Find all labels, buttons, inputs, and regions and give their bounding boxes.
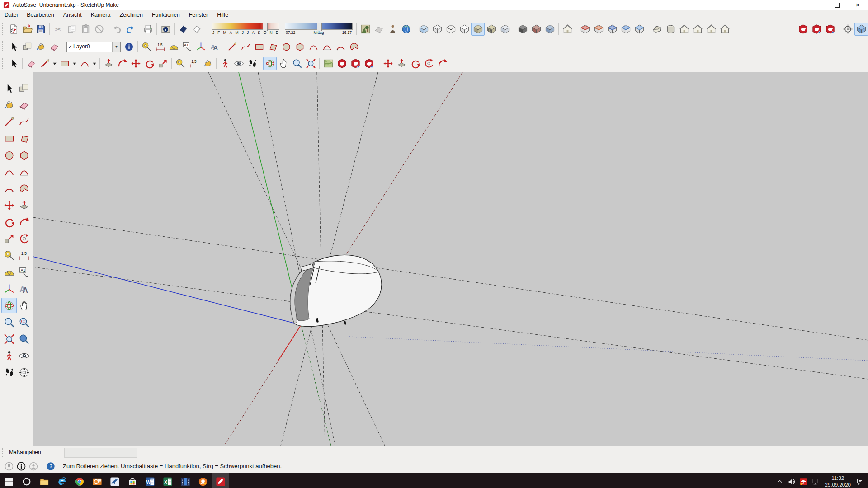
display-section-cuts-button[interactable]	[605, 23, 619, 36]
palette-freehand[interactable]	[16, 114, 32, 129]
palette-circle[interactable]	[1, 147, 17, 163]
move-tool-button[interactable]	[129, 57, 142, 70]
offset-tool-button[interactable]	[422, 57, 435, 70]
add-location-button[interactable]	[359, 23, 372, 36]
menu-hilfe[interactable]: Hilfe	[212, 11, 233, 19]
3d-text-button[interactable]: AA	[208, 40, 221, 53]
tray-network-icon[interactable]	[809, 473, 821, 488]
photo-textures-button[interactable]	[386, 23, 399, 36]
zoom-extents-button[interactable]	[304, 57, 317, 70]
palette-text[interactable]: A1	[16, 264, 32, 280]
style-xray-button[interactable]	[417, 23, 430, 36]
palette-make-component[interactable]	[16, 80, 32, 96]
taskbar-clock[interactable]: 11:32 29.09.2020	[825, 475, 851, 488]
palette-zoom-window[interactable]	[16, 314, 32, 330]
microsoft-store-button[interactable]	[123, 473, 141, 488]
eraser-tool-button[interactable]	[47, 40, 61, 53]
palette-dimensions[interactable]: 1,5	[16, 248, 32, 263]
style-textured-button[interactable]	[485, 23, 498, 36]
save-button[interactable]	[34, 23, 47, 36]
style-monochrome-button[interactable]	[498, 23, 512, 36]
start-button[interactable]	[0, 473, 18, 488]
cortana-search-button[interactable]	[18, 473, 35, 488]
palette-arc[interactable]	[1, 164, 17, 179]
toolbar-drag-handle[interactable]	[377, 58, 379, 69]
model-info-button[interactable]: i	[159, 23, 172, 36]
toolbar-drag-handle[interactable]	[2, 41, 5, 52]
rotate-tool-button[interactable]	[142, 57, 156, 70]
shape-tools-button[interactable]	[58, 57, 71, 70]
warehouse-share-model-button[interactable]	[810, 23, 823, 36]
shape-tools-dropdown[interactable]	[71, 57, 78, 70]
move-copy-button[interactable]	[381, 57, 395, 70]
crosshair-tool-button[interactable]	[841, 23, 854, 36]
palette-orbit[interactable]	[1, 298, 17, 313]
section-fill-button[interactable]	[619, 23, 632, 36]
look-around-button[interactable]	[232, 57, 245, 70]
palette-rectangle[interactable]	[1, 131, 17, 146]
paste-button[interactable]	[79, 23, 92, 36]
walk-button[interactable]	[245, 57, 259, 70]
paint-bucket-button-2[interactable]	[201, 57, 214, 70]
unsoften-edges-button[interactable]	[190, 23, 203, 36]
orbit-tool-button[interactable]	[263, 57, 277, 70]
section-outline-button[interactable]	[632, 23, 646, 36]
palette-zoom-previous[interactable]	[16, 331, 32, 347]
google-earth-button[interactable]	[399, 23, 413, 36]
palette-offset[interactable]	[16, 231, 32, 246]
palette-line-tool[interactable]	[1, 114, 17, 129]
soften-edges-button[interactable]	[176, 23, 190, 36]
dimensions-button-2[interactable]: 1,5	[187, 57, 201, 70]
follow-me-button[interactable]	[115, 57, 129, 70]
scale-tool-button[interactable]	[156, 57, 170, 70]
freehand-tool-button[interactable]	[239, 40, 252, 53]
photo-match-button[interactable]	[561, 23, 574, 36]
tape-measure-button[interactable]	[140, 40, 153, 53]
view-front-button[interactable]	[677, 23, 691, 36]
cut-button[interactable]: ✂	[52, 23, 65, 36]
push-pull-copy-button[interactable]	[395, 57, 408, 70]
shadow-time-slider[interactable]	[285, 23, 353, 30]
tray-speaker-icon[interactable]	[786, 473, 797, 488]
menu-ansicht[interactable]: Ansicht	[59, 11, 86, 19]
text-tool-button[interactable]: A1	[180, 40, 194, 53]
recorder-app-button[interactable]	[194, 473, 212, 488]
palette-axes[interactable]	[1, 281, 17, 296]
palette-zoom[interactable]	[1, 314, 17, 330]
menu-zeichnen[interactable]: Zeichnen	[115, 11, 147, 19]
toolbar-drag-handle[interactable]	[2, 58, 5, 69]
close-button[interactable]: ✕	[847, 0, 868, 10]
line-tool-button[interactable]	[225, 40, 239, 53]
palette-follow-me[interactable]	[16, 214, 32, 230]
canvas-3d-viewport[interactable]	[33, 72, 868, 446]
palette-drag-handle[interactable]	[10, 75, 22, 77]
palette-push-pull[interactable]	[16, 197, 32, 213]
layer-dropdown[interactable]: ✓Layer0▼	[66, 42, 121, 52]
video-app-button[interactable]	[176, 473, 194, 488]
redo-button[interactable]	[123, 23, 137, 36]
measurements-field[interactable]	[64, 448, 137, 458]
push-pull-button[interactable]	[102, 57, 115, 70]
credits-indicator[interactable]	[15, 460, 27, 472]
add-location-button-2[interactable]	[321, 57, 335, 70]
palette-pie[interactable]	[16, 181, 32, 196]
polygon-tool-button[interactable]	[293, 40, 307, 53]
print-button[interactable]	[141, 23, 155, 36]
protractor-button[interactable]	[167, 40, 180, 53]
palette-look-around[interactable]	[16, 348, 32, 363]
style-hidden-line-button[interactable]	[458, 23, 471, 36]
three-point-arc-button[interactable]	[334, 40, 347, 53]
menu-bearbeiten[interactable]: Bearbeiten	[22, 11, 58, 19]
palette-zoom-extents[interactable]	[1, 331, 17, 347]
shadow-time-knob[interactable]	[317, 23, 322, 31]
help-button[interactable]: ?	[44, 460, 57, 472]
palette-select-tool[interactable]	[1, 80, 17, 96]
style-wireframe-button[interactable]	[444, 23, 458, 36]
two-point-arc-button[interactable]	[320, 40, 334, 53]
rotate-copy-button[interactable]	[408, 57, 422, 70]
copy-button[interactable]	[65, 23, 79, 36]
pan-tool-button[interactable]	[277, 57, 290, 70]
palette-rotated-rectangle[interactable]	[16, 131, 32, 146]
toggle-terrain-button[interactable]	[372, 23, 386, 36]
word-button[interactable]: W	[141, 473, 159, 488]
